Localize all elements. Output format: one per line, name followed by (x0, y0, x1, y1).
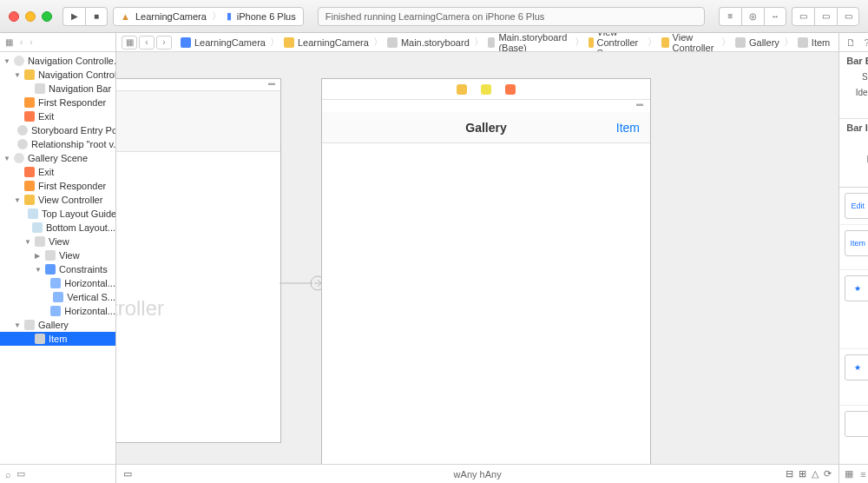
version-editor-button[interactable]: ↔ (764, 7, 786, 26)
breadcrumb-item[interactable]: View Controller Scene (585, 33, 648, 52)
resolve-icon[interactable]: △ (812, 468, 819, 480)
zoom-window-icon[interactable] (42, 11, 52, 22)
outline-row[interactable]: Horizontal... (0, 276, 115, 290)
outline-row[interactable]: First Responder (0, 96, 115, 109)
library-filter-bar: ▦ ≡ (839, 464, 868, 483)
outline-row[interactable]: ▼Gallery Scene (0, 151, 115, 165)
library-item[interactable]: ★Tab Bar Item - Represents an item on a … (839, 349, 868, 406)
forward-button[interactable]: › (156, 36, 172, 50)
breadcrumb-item[interactable]: LearningCamera (280, 37, 372, 48)
canvas-footer: ▭ wAny hAny ⊟ ⊞ △ ⟳ (116, 464, 838, 483)
breadcrumb-item[interactable]: Gallery (732, 37, 783, 48)
scheme-device-label: iPhone 6 Plus (237, 11, 296, 22)
chevron-left-icon[interactable]: ‹ (20, 37, 23, 47)
breadcrumb[interactable]: LearningCamera〉LearningCamera〉Main.story… (177, 33, 833, 52)
navigator-filter-bar: ⌕ ▭ (0, 464, 115, 483)
library-item[interactable]: Search Bar - Displays an editable search… (839, 406, 868, 464)
assistant-editor-button[interactable]: ◎ (741, 7, 764, 26)
size-class-control[interactable]: wAny hAny (116, 469, 838, 480)
outline-row[interactable]: Vertical S... (0, 290, 115, 304)
outline-row[interactable]: Exit (0, 165, 115, 179)
run-button[interactable]: ▶ (62, 7, 85, 26)
scheme-selector[interactable]: ▲ LearningCamera 〉 ▮ iPhone 6 Plus (113, 7, 304, 26)
minimize-window-icon[interactable] (25, 11, 36, 22)
toggle-navigator-button[interactable]: ▭ (792, 7, 814, 26)
view-controller-icon[interactable] (457, 84, 467, 95)
quick-help-icon[interactable]: ? (865, 37, 868, 48)
outline-row[interactable]: Top Layout Guide (0, 207, 115, 221)
breadcrumb-item[interactable]: Main.storyboard (384, 37, 473, 48)
library-item[interactable]: ★Tab Bar - Provides a mechanism for disp… (839, 270, 868, 349)
navbar-title[interactable]: Gallery (465, 121, 506, 135)
stop-button[interactable]: ■ (85, 7, 108, 26)
align-icon[interactable]: ⊟ (786, 468, 793, 480)
breadcrumb-item[interactable]: Main.storyboard (Base) (484, 33, 574, 52)
breadcrumb-item[interactable]: Item (794, 37, 833, 48)
ib-canvas[interactable]: ▬ ntroller Controller ▬ Gallery Item (116, 52, 838, 464)
outline-row[interactable]: ▼Gallery (0, 318, 115, 332)
outline-row[interactable]: Exit (0, 109, 115, 123)
resizing-icon[interactable]: ⟳ (824, 468, 832, 480)
jump-bar: ▦ ‹ › LearningCamera〉LearningCamera〉Main… (116, 33, 838, 52)
navbar-right-item[interactable]: Item (616, 121, 640, 135)
outline-row[interactable]: ▶View (0, 248, 115, 262)
toggle-utilities-button[interactable]: ▭ (837, 7, 859, 26)
tint-label: Ti (846, 103, 868, 113)
navigator-panel: ▦ ‹ › ▼Navigation Controlle...▼Navigatio… (0, 33, 116, 483)
section-title: Bar Item (846, 122, 868, 133)
outline-row[interactable]: Relationship "root v... (0, 137, 115, 151)
library-item-icon: Edit (845, 193, 868, 219)
library-item[interactable]: EditTo - dis...th (839, 188, 868, 225)
attributes-inspector: Bar Button Item Style Bordered Identifi … (839, 52, 868, 187)
pin-icon[interactable]: ⊞ (799, 468, 806, 480)
status-text: Finished running LearningCamera on iPhon… (326, 11, 545, 22)
document-outline[interactable]: ▼Navigation Controlle...▼Navigation Cont… (0, 52, 115, 464)
related-items-button[interactable]: ▦ (122, 36, 137, 50)
outline-row[interactable]: ▼Navigation Controller (0, 68, 115, 82)
image-label: Ima (846, 155, 868, 164)
outline-row[interactable]: Item (0, 332, 115, 346)
outline-toggle-icon[interactable]: ▭ (16, 468, 25, 480)
scene-dock[interactable] (322, 79, 650, 100)
outline-row[interactable]: ▼Constraints (0, 262, 115, 276)
activity-status: Finished running LearningCamera on iPhon… (318, 7, 705, 26)
utilities-panel: 🗋 ? ▭ ⚙ 📏 → Bar Button Item Style Border… (838, 33, 868, 483)
library-item[interactable]: ItemBa - its...UINavigationItem object. (839, 225, 868, 270)
exit-icon[interactable] (505, 84, 516, 95)
navigation-bar[interactable]: Gallery Item (322, 112, 650, 143)
library-grid-icon[interactable]: ▦ (845, 468, 853, 480)
back-button[interactable]: ‹ (139, 36, 155, 50)
grid-icon[interactable]: ▦ (5, 37, 13, 47)
style-label: Style (846, 72, 868, 82)
outline-row[interactable]: ▼Navigation Controlle... (0, 54, 115, 68)
outline-row[interactable]: Horizontal... (0, 304, 115, 318)
window-controls (9, 11, 52, 22)
segue-arrow-icon[interactable] (279, 275, 323, 292)
gallery-scene[interactable]: ▬ Gallery Item (321, 78, 651, 464)
outline-row[interactable]: ▼View Controller (0, 193, 115, 207)
breadcrumb-item[interactable]: View Controller (658, 33, 720, 52)
navigator-tab-bar: ▦ ‹ › (0, 33, 115, 52)
object-library: EditTo - dis...thItemBa - its...UINaviga… (839, 187, 868, 483)
library-item-icon (845, 411, 868, 437)
outline-row[interactable]: Storyboard Entry Point (0, 123, 115, 137)
outline-row[interactable]: Bottom Layout... (0, 221, 115, 235)
object-library-list[interactable]: EditTo - dis...thItemBa - its...UINaviga… (839, 188, 868, 464)
toggle-debug-button[interactable]: ▭ (814, 7, 837, 26)
library-item-icon: ★ (845, 354, 868, 380)
breadcrumb-item[interactable]: LearningCamera (177, 37, 269, 48)
library-list-icon[interactable]: ≡ (860, 469, 865, 480)
section-title: Bar Button Item (846, 56, 868, 66)
outline-row[interactable]: Navigation Bar (0, 82, 115, 96)
first-responder-icon[interactable] (481, 84, 491, 95)
filter-icon[interactable]: ⌕ (5, 469, 11, 480)
standard-editor-button[interactable]: ≡ (719, 7, 741, 26)
file-inspector-icon[interactable]: 🗋 (846, 37, 856, 48)
outline-row[interactable]: ▼View (0, 235, 115, 248)
outline-row[interactable]: First Responder (0, 179, 115, 193)
prev-scene-watermark: Controller (116, 296, 164, 321)
outline-toggle-icon[interactable]: ▭ (123, 468, 132, 480)
close-window-icon[interactable] (9, 11, 19, 22)
prev-scene[interactable]: ▬ ntroller Controller (116, 78, 281, 443)
chevron-right-icon[interactable]: › (30, 37, 32, 47)
